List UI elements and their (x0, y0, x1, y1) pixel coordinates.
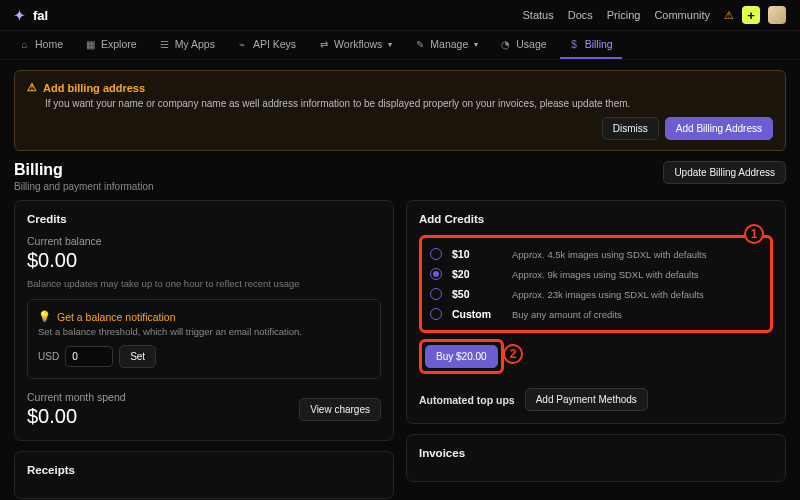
radio-icon (430, 308, 442, 320)
warning-icon: ⚠ (27, 81, 37, 94)
nav-manage[interactable]: ✎Manage▾ (405, 31, 487, 59)
alert-title: ⚠ Add billing address (27, 81, 773, 94)
manage-icon: ✎ (414, 39, 425, 50)
add-credits-title: Add Credits (419, 213, 773, 225)
bulb-icon: 💡 (38, 310, 51, 323)
notif-subtitle: Set a balance threshold, which will trig… (38, 326, 370, 337)
highlight-options: 1 $10Approx. 4.5k images using SDXL with… (419, 235, 773, 333)
radio-icon (430, 248, 442, 260)
nav-usage[interactable]: ◔Usage (491, 31, 555, 59)
invoices-title: Invoices (419, 447, 773, 459)
main-nav: ⌂Home ▦Explore ☰My Apps ⌁API Keys ⇄Workf… (0, 31, 800, 60)
page-subtitle: Billing and payment information (14, 181, 154, 192)
annotation-1: 1 (744, 224, 764, 244)
radio-icon (430, 268, 442, 280)
credit-option-50[interactable]: $50Approx. 23k images using SDXL with de… (428, 284, 764, 304)
spend-label: Current month spend (27, 391, 126, 403)
workflow-icon: ⇄ (318, 39, 329, 50)
highlight-buy: Buy $20.00 (419, 339, 504, 374)
add-payment-methods-button[interactable]: Add Payment Methods (525, 388, 648, 411)
add-credits-card: Add Credits 1 $10Approx. 4.5k images usi… (406, 200, 786, 424)
balance-hint: Balance updates may take up to one hour … (27, 278, 381, 289)
explore-icon: ▦ (85, 39, 96, 50)
home-icon: ⌂ (19, 39, 30, 50)
credit-option-custom[interactable]: CustomBuy any amount of credits (428, 304, 764, 324)
link-docs[interactable]: Docs (568, 9, 593, 21)
auto-topup-label: Automated top ups (419, 394, 515, 406)
notif-title: 💡 Get a balance notification (38, 310, 370, 323)
nav-home[interactable]: ⌂Home (10, 31, 72, 59)
nav-api-keys[interactable]: ⌁API Keys (228, 31, 305, 59)
top-bar: fal Status Docs Pricing Community ⚠ + (0, 0, 800, 31)
set-threshold-button[interactable]: Set (119, 345, 156, 368)
credit-option-20[interactable]: $20Approx. 9k images using SDXL with def… (428, 264, 764, 284)
page-header: Billing Billing and payment information … (14, 161, 786, 192)
credit-option-10[interactable]: $10Approx. 4.5k images using SDXL with d… (428, 244, 764, 264)
logo[interactable]: fal (14, 8, 48, 23)
brand-text: fal (33, 8, 48, 23)
billing-alert: ⚠ Add billing address If you want your n… (14, 70, 786, 151)
dismiss-button[interactable]: Dismiss (602, 117, 659, 140)
balance-notification-box: 💡 Get a balance notification Set a balan… (27, 299, 381, 379)
nav-explore[interactable]: ▦Explore (76, 31, 146, 59)
link-pricing[interactable]: Pricing (607, 9, 641, 21)
radio-icon (430, 288, 442, 300)
page-body: ⚠ Add billing address If you want your n… (0, 60, 800, 500)
invoices-card: Invoices (406, 434, 786, 482)
key-icon: ⌁ (237, 39, 248, 50)
receipts-title: Receipts (27, 464, 381, 476)
currency-label: USD (38, 351, 59, 362)
page-title: Billing (14, 161, 154, 179)
billing-icon: $ (569, 39, 580, 50)
add-billing-address-button[interactable]: Add Billing Address (665, 117, 773, 140)
link-community[interactable]: Community (654, 9, 710, 21)
credits-title: Credits (27, 213, 381, 225)
link-status[interactable]: Status (523, 9, 554, 21)
balance-value: $0.00 (27, 249, 381, 272)
chevron-down-icon: ▾ (388, 40, 392, 49)
spend-value: $0.00 (27, 405, 126, 428)
receipts-card: Receipts (14, 451, 394, 499)
top-right: ⚠ + (724, 6, 786, 24)
credits-card: Credits Current balance $0.00 Balance up… (14, 200, 394, 441)
balance-label: Current balance (27, 235, 381, 247)
update-billing-address-button[interactable]: Update Billing Address (663, 161, 786, 184)
alert-body: If you want your name or company name as… (27, 98, 773, 109)
nav-workflows[interactable]: ⇄Workflows▾ (309, 31, 401, 59)
avatar[interactable] (768, 6, 786, 24)
apps-icon: ☰ (159, 39, 170, 50)
nav-billing[interactable]: $Billing (560, 31, 622, 59)
create-button[interactable]: + (742, 6, 760, 24)
view-charges-button[interactable]: View charges (299, 398, 381, 421)
annotation-2: 2 (503, 344, 523, 364)
top-links: Status Docs Pricing Community ⚠ + (523, 6, 787, 24)
warning-icon[interactable]: ⚠ (724, 9, 734, 22)
usage-icon: ◔ (500, 39, 511, 50)
nav-my-apps[interactable]: ☰My Apps (150, 31, 224, 59)
chevron-down-icon: ▾ (474, 40, 478, 49)
logo-icon (14, 8, 28, 22)
threshold-input[interactable] (65, 346, 113, 367)
buy-credits-button[interactable]: Buy $20.00 (425, 345, 498, 368)
